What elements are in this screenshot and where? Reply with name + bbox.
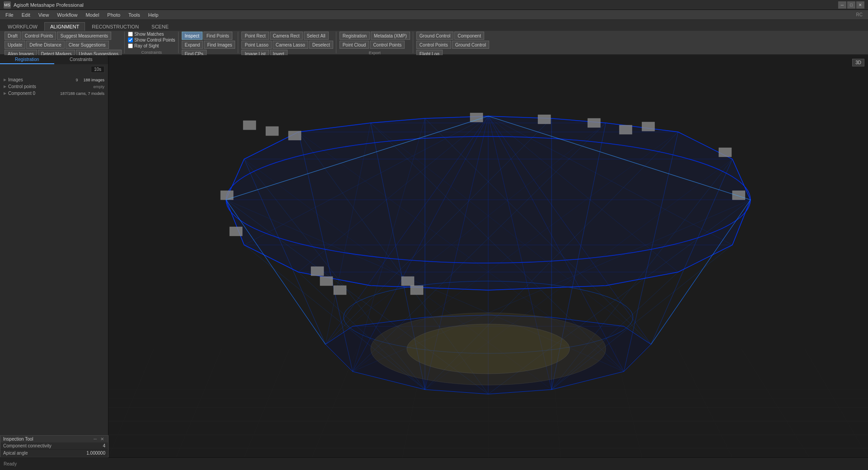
svg-rect-88	[538, 115, 551, 124]
inspect-button[interactable]: Inspect	[182, 32, 203, 40]
point-cloud-button[interactable]: Point Cloud	[340, 41, 369, 49]
statusbar: Ready	[0, 457, 868, 470]
ribbon: WORKFLOW ALIGNMENT RECONSTRUCTION SCENE …	[0, 20, 868, 55]
menu-tools[interactable]: Tools	[125, 10, 144, 20]
show-control-points-checkbox[interactable]	[128, 38, 133, 42]
main-area: Registration Constraints 10s ▶ Images 9 …	[0, 55, 868, 457]
point-rect-button[interactable]: Point Rect	[241, 32, 269, 40]
menu-model[interactable]: Model	[82, 10, 103, 20]
ray-of-sight-checkbox[interactable]	[128, 43, 133, 48]
panel-tabs: Registration Constraints	[0, 55, 108, 64]
show-control-points-check[interactable]: Show Control Points	[128, 38, 175, 42]
import-buttons2: Control Points Ground Control	[416, 41, 489, 49]
group-registration: Draft Control Points Suggest Measurement…	[2, 32, 125, 53]
constraints-label: Constraints	[128, 49, 175, 55]
svg-rect-81	[266, 127, 278, 136]
panel-tab-constraints[interactable]: Constraints	[54, 55, 108, 64]
group-selection: Point Rect Camera Rect Select All Point …	[239, 32, 336, 53]
svg-rect-96	[410, 286, 423, 295]
svg-rect-89	[588, 118, 600, 127]
apical-angle-label: Apical angle	[3, 451, 28, 456]
control-points-label: Control points	[8, 84, 36, 89]
import-control-points-button[interactable]: Control Points	[416, 41, 451, 49]
svg-rect-93	[320, 277, 333, 286]
draft-button[interactable]: Draft	[5, 32, 21, 40]
camera-rect-button[interactable]: Camera Rect	[270, 32, 303, 40]
component-button[interactable]: Component	[454, 32, 484, 40]
bottom-panel-close[interactable]: ✕	[99, 437, 105, 442]
show-matches-checkbox[interactable]	[128, 32, 133, 37]
svg-rect-95	[401, 277, 414, 286]
window-controls: ─ □ ✕	[838, 1, 864, 9]
camera-lasso-button[interactable]: Camera Lasso	[273, 41, 308, 49]
tab-alignment[interactable]: ALIGNMENT	[44, 22, 85, 31]
svg-rect-83	[642, 122, 655, 131]
deselect-button[interactable]: Deselect	[309, 41, 333, 49]
group-constraints: Show Matches Show Control Points Ray of …	[125, 32, 179, 53]
group-import: Ground Control Component Control Points …	[414, 32, 492, 53]
ground-control-sub-button[interactable]: Ground Control	[452, 41, 489, 49]
registration-buttons: Draft Control Points Suggest Measurement…	[5, 32, 111, 40]
status-text: Ready	[4, 461, 17, 466]
find-points-button[interactable]: Find Points	[203, 32, 232, 40]
group-analyze: Inspect Find Points Expand Find Images F…	[179, 32, 239, 53]
panel-item-control-points[interactable]: ▶ Control points empty	[2, 83, 106, 90]
analyze-buttons: Inspect Find Points	[182, 32, 232, 40]
find-images-button[interactable]: Find Images	[204, 41, 235, 49]
point-lasso-button[interactable]: Point Lasso	[241, 41, 271, 49]
svg-rect-87	[470, 113, 483, 122]
menu-help[interactable]: Help	[145, 10, 162, 20]
menu-file[interactable]: File	[2, 10, 17, 20]
registration-buttons2: Update Define Distance Clear Suggestions	[5, 41, 109, 49]
viewport[interactable]: 3D	[108, 55, 868, 457]
control-points-button[interactable]: Control Points	[22, 32, 57, 40]
analyze-buttons2: Expand Find Images	[182, 41, 236, 49]
menu-view[interactable]: View	[35, 10, 53, 20]
selection-buttons2: Point Lasso Camera Lasso Deselect	[241, 41, 333, 49]
tab-scene[interactable]: SCENE	[146, 22, 175, 31]
tab-workflow[interactable]: WORKFLOW	[2, 22, 43, 31]
svg-point-79	[407, 324, 570, 374]
menu-edit[interactable]: Edit	[18, 10, 34, 20]
apical-angle-value: 1.000000	[86, 451, 105, 456]
metadata-xmp-button[interactable]: Metadata (XMP)	[371, 32, 410, 40]
panel-tab-registration[interactable]: Registration	[0, 55, 54, 64]
apical-angle-row: Apical angle 1.000000	[0, 450, 108, 457]
app-icon: MS	[4, 1, 11, 9]
rc-badge: RC	[856, 12, 866, 17]
ground-control-import-button[interactable]: Ground Control	[416, 32, 453, 40]
panel-item-component[interactable]: ▶ Component 0 187/188 cams, 7 models	[2, 90, 106, 97]
maximize-button[interactable]: □	[847, 1, 855, 9]
svg-rect-86	[732, 191, 745, 200]
expand-button[interactable]: Expand	[182, 41, 203, 49]
clear-suggestions-button[interactable]: Clear Suggestions	[66, 41, 109, 49]
select-all-button[interactable]: Select All	[304, 32, 329, 40]
bottom-panel: Inspection Tool ─ ✕ Component connectivi…	[0, 435, 108, 457]
show-matches-check[interactable]: Show Matches	[128, 32, 175, 37]
ribbon-content: Draft Control Points Suggest Measurement…	[0, 31, 868, 54]
suggest-measurements-button[interactable]: Suggest Measurements	[57, 32, 111, 40]
svg-rect-80	[243, 121, 256, 130]
3d-toggle-button[interactable]: 3D	[852, 59, 864, 66]
minimize-button[interactable]: ─	[838, 1, 846, 9]
component-label: Component 0	[8, 91, 35, 96]
menubar: File Edit View Workflow Model Photo Tool…	[0, 10, 868, 20]
component-connectivity-label: Component connectivity	[3, 443, 52, 448]
ray-of-sight-check[interactable]: Ray of Sight	[128, 43, 175, 48]
export-control-points-button[interactable]: Control Points	[370, 41, 405, 49]
define-distance-button[interactable]: Define Distance	[26, 41, 65, 49]
images-label: Images	[8, 77, 23, 82]
expand-icon-component: ▶	[4, 91, 6, 95]
menu-workflow[interactable]: Workflow	[53, 10, 81, 20]
component-connectivity-row: Component connectivity 4	[0, 442, 108, 450]
expand-icon-control: ▶	[4, 85, 6, 89]
svg-rect-82	[288, 131, 301, 140]
close-button[interactable]: ✕	[856, 1, 864, 9]
menu-photo[interactable]: Photo	[104, 10, 124, 20]
titlebar-title: Agisoft Metashape Professional	[14, 2, 84, 8]
tab-reconstruction[interactable]: RECONSTRUCTION	[86, 22, 145, 31]
bottom-panel-minimize[interactable]: ─	[92, 437, 98, 442]
update-button[interactable]: Update	[5, 41, 25, 49]
panel-item-images[interactable]: ▶ Images 9 188 images	[2, 76, 106, 83]
registration-export-button[interactable]: Registration	[340, 32, 370, 40]
